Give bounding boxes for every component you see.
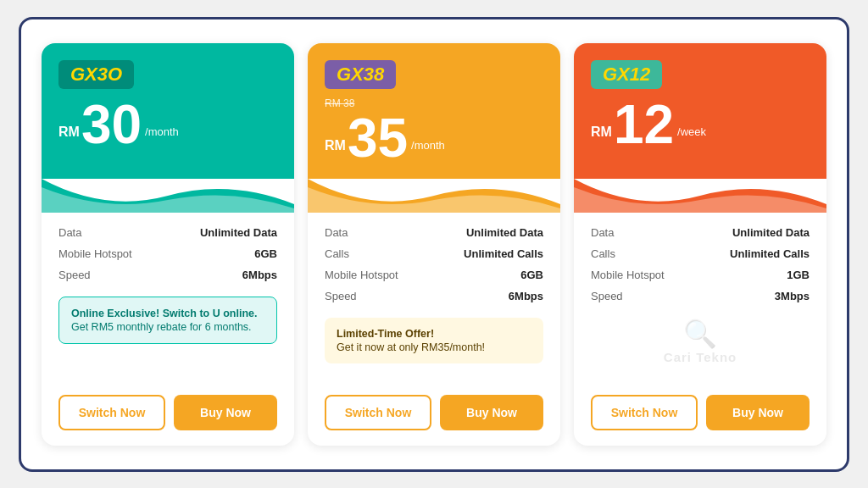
buy-button-gx38[interactable]: Buy Now <box>440 395 543 430</box>
feature-value-calls-gx12: Unlimited Calls <box>730 247 810 260</box>
feature-hotspot-gx38: Mobile Hotspot 6GB <box>325 269 543 281</box>
feature-label-data-gx30: Data <box>58 226 81 239</box>
card-body-gx12: Data Unlimited Data Calls Unlimited Call… <box>574 213 826 385</box>
feature-speed-gx30: Speed 6Mbps <box>58 269 277 281</box>
feature-speed-gx12: Speed 3Mbps <box>591 290 810 302</box>
card-gx12: GX12 RM 12 /week Data Unlimited Data <box>574 43 826 446</box>
promo-title-gx30: Online Exclusive! Switch to U online. <box>71 308 264 319</box>
feature-label-data-gx12: Data <box>591 226 614 239</box>
card-header-gx12: GX12 RM 12 /week <box>574 43 826 179</box>
price-amount-gx12: 12 <box>614 97 674 152</box>
plan-badge-gx38: GX38 <box>325 60 396 89</box>
feature-label-calls-gx12: Calls <box>591 247 615 260</box>
feature-label-speed-gx38: Speed <box>325 290 357 302</box>
price-period-gx12: /week <box>677 125 706 138</box>
feature-value-speed-gx12: 3Mbps <box>775 290 810 302</box>
buy-button-gx12[interactable]: Buy Now <box>706 395 810 430</box>
price-period-gx30: /month <box>145 125 179 138</box>
price-period-gx38: /month <box>411 139 445 152</box>
watermark-gx12: 🔍 Cari Tekno <box>591 311 810 371</box>
feature-value-speed-gx38: 6Mbps <box>509 290 543 302</box>
feature-hotspot-gx30: Mobile Hotspot 6GB <box>58 247 277 260</box>
card-body-gx30: Data Unlimited Data Mobile Hotspot 6GB S… <box>42 213 294 385</box>
card-footer-gx12: Switch Now Buy Now <box>574 385 826 446</box>
feature-data-gx12: Data Unlimited Data <box>591 226 810 239</box>
feature-data-gx30: Data Unlimited Data <box>58 226 277 239</box>
card-body-gx38: Data Unlimited Data Calls Unlimited Call… <box>308 213 560 385</box>
feature-value-speed-gx30: 6Mbps <box>242 269 277 281</box>
feature-calls-gx12: Calls Unlimited Calls <box>591 247 810 260</box>
watermark-brand-gx12: Cari Tekno <box>664 350 737 364</box>
pricing-page: GX3O RM 30 /month Data Unlimited Data <box>19 17 849 472</box>
price-area-gx12: RM 12 /week <box>591 97 810 152</box>
wave-gx30 <box>42 179 294 213</box>
plan-badge-gx30: GX3O <box>58 60 134 89</box>
watermark-icon-gx12: 🔍 <box>683 318 717 350</box>
buy-button-gx30[interactable]: Buy Now <box>174 395 277 430</box>
feature-value-data-gx30: Unlimited Data <box>200 226 277 239</box>
feature-value-hotspot-gx30: 6GB <box>254 247 277 260</box>
feature-value-hotspot-gx12: 1GB <box>787 269 810 281</box>
feature-data-gx38: Data Unlimited Data <box>325 226 543 239</box>
feature-label-data-gx38: Data <box>325 226 348 239</box>
feature-calls-gx38: Calls Unlimited Calls <box>325 247 543 260</box>
feature-label-hotspot-gx30: Mobile Hotspot <box>58 247 132 260</box>
promo-title-gx38: Limited-Time Offer! <box>337 328 531 340</box>
feature-label-hotspot-gx12: Mobile Hotspot <box>591 269 665 281</box>
wave-gx38 <box>308 179 560 213</box>
switch-button-gx30[interactable]: Switch Now <box>58 395 165 430</box>
currency-gx38: RM <box>325 138 346 153</box>
price-area-gx30: RM 30 /month <box>58 97 277 152</box>
promo-box-gx38: Limited-Time Offer! Get it now at only R… <box>325 318 543 363</box>
feature-value-calls-gx38: Unlimited Calls <box>464 247 543 260</box>
card-gx30: GX3O RM 30 /month Data Unlimited Data <box>42 43 294 446</box>
currency-gx30: RM <box>58 125 80 140</box>
card-footer-gx38: Switch Now Buy Now <box>308 385 560 446</box>
price-area-gx38: RM 35 /month <box>325 111 543 165</box>
plan-badge-gx12: GX12 <box>591 60 662 89</box>
feature-label-speed-gx12: Speed <box>591 290 623 302</box>
cards-row: GX3O RM 30 /month Data Unlimited Data <box>42 43 826 446</box>
price-amount-gx30: 30 <box>81 97 142 152</box>
feature-value-data-gx12: Unlimited Data <box>732 226 810 239</box>
currency-gx12: RM <box>591 125 612 140</box>
feature-value-hotspot-gx38: 6GB <box>520 269 543 281</box>
card-footer-gx30: Switch Now Buy Now <box>42 385 294 446</box>
card-gx38: GX38 RM 38 RM 35 /month Data Unlimited D… <box>308 43 560 446</box>
switch-button-gx38[interactable]: Switch Now <box>325 395 431 430</box>
feature-value-data-gx38: Unlimited Data <box>466 226 543 239</box>
card-header-gx38: GX38 RM 38 RM 35 /month <box>308 43 560 179</box>
card-header-gx30: GX3O RM 30 /month <box>42 43 294 179</box>
feature-label-calls-gx38: Calls <box>325 247 349 260</box>
promo-body-gx38: Get it now at only RM35/month! <box>337 341 485 353</box>
promo-body-gx30: Get RM5 monthly rebate for 6 months. <box>71 321 252 333</box>
feature-label-speed-gx30: Speed <box>58 269 91 281</box>
price-amount-gx38: 35 <box>348 111 408 165</box>
promo-box-gx30: Online Exclusive! Switch to U online. Ge… <box>58 297 277 344</box>
switch-button-gx12[interactable]: Switch Now <box>591 395 698 430</box>
feature-hotspot-gx12: Mobile Hotspot 1GB <box>591 269 810 281</box>
feature-label-hotspot-gx38: Mobile Hotspot <box>325 269 398 281</box>
wave-gx12 <box>574 179 826 213</box>
feature-speed-gx38: Speed 6Mbps <box>325 290 543 302</box>
